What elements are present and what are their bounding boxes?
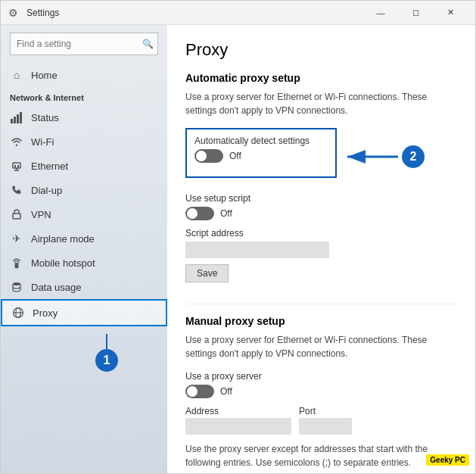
svg-point-12: [13, 282, 20, 285]
use-setup-script-toggle-row: Off: [185, 207, 457, 220]
titlebar-controls: ― ◻ ✕: [363, 1, 468, 25]
maximize-button[interactable]: ◻: [398, 1, 433, 25]
auto-description: Use a proxy server for Ethernet or Wi-Fi…: [185, 90, 457, 117]
sidebar-item-home-label: Home: [31, 70, 58, 81]
sidebar-item-hotspot-label: Mobile hotspot: [31, 257, 95, 269]
auto-section-title: Automatic proxy setup: [185, 72, 457, 84]
sidebar-item-wifi[interactable]: Wi-Fi: [1, 129, 167, 154]
titlebar-icon: ⚙: [8, 7, 20, 19]
home-icon: ⌂: [10, 68, 23, 82]
svg-rect-2: [17, 114, 19, 123]
search-input[interactable]: [10, 33, 158, 55]
annotation-1-badge: 1: [95, 349, 118, 372]
address-label: Address: [185, 406, 291, 416]
svg-rect-10: [13, 214, 20, 219]
data-icon: [10, 280, 23, 294]
proxy-toggle-knob: [187, 386, 198, 397]
auto-detect-box: Automatically detect settings Off: [185, 128, 337, 178]
main-wrapper: Proxy Automatic proxy setup Use a proxy …: [167, 25, 475, 473]
dialup-icon: [10, 183, 23, 197]
toggle-knob: [196, 151, 207, 161]
svg-rect-7: [17, 165, 19, 167]
svg-rect-6: [14, 165, 16, 167]
status-icon: [10, 111, 23, 124]
use-setup-script-label: Use setup script: [185, 193, 457, 204]
annotation-2-container: 2: [341, 145, 425, 168]
wifi-icon: [10, 135, 23, 148]
annotation-2-badge: 2: [402, 145, 425, 168]
script-address-input[interactable]: [185, 242, 329, 258]
titlebar-title: Settings: [26, 8, 363, 18]
sidebar-section-label: Network & Internet: [1, 87, 167, 105]
ethernet-icon: [10, 159, 23, 173]
content-area: 🔍 ⌂ Home Network & Internet Status: [1, 25, 475, 473]
address-block: Address: [185, 406, 291, 435]
search-container: 🔍: [10, 33, 158, 55]
setup-script-knob: [187, 208, 198, 219]
sidebar-item-status-label: Status: [31, 112, 59, 123]
svg-rect-3: [20, 112, 22, 123]
svg-rect-5: [13, 163, 20, 168]
sidebar-item-ethernet-label: Ethernet: [31, 161, 68, 172]
page-title: Proxy: [185, 40, 457, 60]
port-label: Port: [299, 406, 352, 416]
auto-detect-state: Off: [229, 151, 241, 161]
auto-detect-toggle[interactable]: [194, 149, 223, 163]
proxy-icon: [11, 306, 25, 320]
sidebar-item-data-label: Data usage: [31, 282, 82, 293]
divider: [185, 304, 457, 304]
port-block: Port: [299, 406, 352, 435]
hotspot-icon: [10, 256, 23, 270]
sidebar-item-vpn[interactable]: VPN: [1, 202, 167, 226]
titlebar: ⚙ Settings ― ◻ ✕: [1, 1, 475, 25]
use-proxy-state: Off: [220, 386, 232, 397]
sidebar-item-ethernet[interactable]: Ethernet: [1, 154, 167, 178]
sidebar-item-status[interactable]: Status: [1, 105, 167, 129]
sidebar-item-wifi-label: Wi-Fi: [31, 136, 54, 148]
use-setup-script-state: Off: [220, 208, 232, 219]
main-content: Proxy Automatic proxy setup Use a proxy …: [167, 25, 475, 473]
port-input[interactable]: [299, 418, 352, 435]
svg-rect-1: [14, 117, 16, 123]
watermark: Geeky PC: [426, 454, 469, 466]
manual-description: Use a proxy server for Ethernet or Wi-Fi…: [185, 333, 457, 360]
sidebar-item-home[interactable]: ⌂ Home: [1, 63, 167, 87]
sidebar-item-data[interactable]: Data usage: [1, 275, 167, 299]
sidebar-item-airplane-label: Airplane mode: [31, 233, 95, 245]
use-setup-script-toggle[interactable]: [185, 207, 214, 220]
svg-rect-0: [11, 119, 13, 123]
sidebar-item-proxy[interactable]: Proxy: [1, 299, 167, 326]
manual-section-title: Manual proxy setup: [185, 315, 457, 327]
airplane-icon: ✈: [10, 232, 23, 245]
sidebar-item-proxy-label: Proxy: [33, 307, 58, 319]
use-proxy-label: Use a proxy server: [185, 371, 457, 382]
vpn-icon: [10, 207, 23, 221]
use-proxy-toggle[interactable]: [185, 385, 214, 398]
svg-point-4: [16, 145, 17, 146]
except-description: Use the proxy server except for addresse…: [185, 442, 457, 469]
close-button[interactable]: ✕: [433, 1, 468, 25]
svg-rect-11: [15, 263, 19, 268]
script-address-label: Script address: [185, 228, 457, 239]
sidebar-item-hotspot[interactable]: Mobile hotspot: [1, 251, 167, 275]
auto-detect-toggle-row: Off: [194, 149, 328, 163]
sidebar: 🔍 ⌂ Home Network & Internet Status: [1, 25, 167, 473]
minimize-button[interactable]: ―: [363, 1, 398, 25]
address-port-row: Address Port: [185, 406, 457, 435]
save-button[interactable]: Save: [185, 264, 229, 282]
auto-detect-label: Automatically detect settings: [194, 136, 328, 146]
search-icon: 🔍: [142, 39, 154, 49]
use-proxy-toggle-row: Off: [185, 385, 457, 398]
sidebar-item-dialup[interactable]: Dial-up: [1, 178, 167, 202]
window: ⚙ Settings ― ◻ ✕ 🔍 ⌂ Home Network & Inte…: [0, 0, 476, 474]
sidebar-item-airplane[interactable]: ✈ Airplane mode: [1, 226, 167, 251]
annotation-2-arrow: [341, 148, 402, 166]
address-input[interactable]: [185, 418, 291, 435]
sidebar-item-dialup-label: Dial-up: [31, 185, 62, 196]
sidebar-item-vpn-label: VPN: [31, 209, 51, 220]
